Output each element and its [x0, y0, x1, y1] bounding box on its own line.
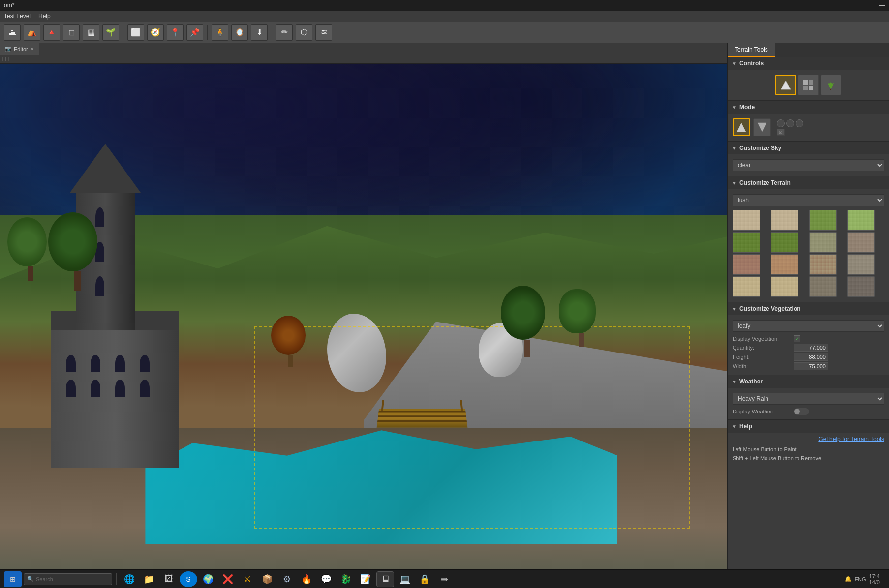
toolbar-slope-icon[interactable]: 🔺	[43, 24, 60, 41]
terrain-style-dropdown[interactable]: lush desert snow	[733, 194, 884, 206]
texture-3[interactable]	[847, 210, 875, 231]
weather-section-header[interactable]: ▼ Weather	[728, 375, 889, 388]
taskbar-maps-icon[interactable]: 🌍	[199, 571, 217, 587]
customize-sky-body: clear cloudy night	[728, 154, 889, 176]
mode-radio-1[interactable]	[777, 119, 785, 127]
toolbar-download-icon[interactable]: ⬇	[251, 24, 268, 41]
texture-13[interactable]	[771, 276, 798, 297]
texture-6[interactable]	[809, 232, 837, 253]
toolbar-noise-icon[interactable]: ▦	[83, 24, 99, 41]
quantity-input[interactable]	[794, 344, 828, 352]
sky-dropdown[interactable]: clear cloudy night	[733, 159, 884, 171]
help-section-header[interactable]: ▼ Help	[728, 420, 889, 433]
toolbar-flat-icon[interactable]: ◻	[63, 24, 80, 41]
vegetation-control-btn[interactable]	[821, 75, 841, 95]
toolbar-stack-icon[interactable]: ≋	[315, 24, 332, 41]
taskbar-search[interactable]: 🔍 Search	[24, 573, 112, 585]
controls-section-label: Controls	[739, 60, 764, 67]
taskbar-start-btn[interactable]: ⊞	[4, 571, 22, 587]
texture-7[interactable]	[847, 232, 875, 253]
toolbar-figure-icon[interactable]: 🧍	[212, 24, 228, 41]
ruler: | | |	[0, 55, 727, 64]
toolbar-mirror-icon[interactable]: 🪞	[231, 24, 248, 41]
texture-5[interactable]	[771, 232, 798, 253]
vegetation-collapse-arrow: ▼	[732, 306, 736, 312]
mode-section: ▼ Mode	[728, 101, 889, 142]
taskbar-folder-icon[interactable]: 📁	[140, 571, 158, 587]
ruler-mark-2: |	[8, 57, 9, 61]
terrain-tools-tab[interactable]: Terrain Tools	[728, 43, 775, 57]
viewport[interactable]: 📷 Editor ✕ | | |	[0, 43, 727, 569]
toolbar-pin1-icon[interactable]: 📍	[167, 24, 184, 41]
editor-tab[interactable]: 📷 Editor ✕	[0, 43, 39, 55]
toolbar-plant-icon[interactable]: 🌱	[102, 24, 119, 41]
taskbar-cross-icon[interactable]: ❌	[219, 571, 237, 587]
mode-radio-2[interactable]	[786, 119, 794, 127]
weather-collapse-arrow: ▼	[732, 379, 736, 384]
viewport-canvas[interactable]	[0, 64, 727, 569]
customize-terrain-header[interactable]: ▼ Customize Terrain	[728, 176, 889, 189]
menu-test-level[interactable]: Test Level	[4, 13, 31, 20]
texture-4[interactable]	[733, 232, 760, 253]
systray-notification[interactable]: 🔔	[845, 576, 852, 582]
taskbar-photos-icon[interactable]: 🖼	[160, 571, 178, 587]
help-link-container: Get help for Terrain Tools	[733, 436, 884, 442]
texture-grid	[733, 210, 884, 297]
display-vegetation-checkbox[interactable]: ✓	[794, 335, 800, 342]
toolbar-raise-icon[interactable]: ⛰	[4, 24, 21, 41]
vegetation-dropdown[interactable]: leafy dry tropical	[733, 320, 884, 332]
texture-0[interactable]	[733, 210, 760, 231]
get-help-link[interactable]: Get help for Terrain Tools	[818, 436, 884, 442]
help-section: ▼ Help Get help for Terrain Tools Left M…	[728, 420, 889, 466]
width-input[interactable]	[794, 362, 828, 370]
texture-12[interactable]	[733, 276, 760, 297]
taskbar-arrow-icon[interactable]: ➡	[435, 571, 453, 587]
svg-marker-0	[781, 81, 791, 89]
height-input[interactable]	[794, 353, 828, 361]
search-icon: 🔍	[27, 576, 34, 582]
toolbar-brush-icon[interactable]: ✏	[276, 24, 293, 41]
church-window-3	[115, 355, 125, 372]
mode-delete-btn[interactable]: ⊠	[777, 129, 785, 136]
texture-15[interactable]	[847, 276, 875, 297]
texture-2[interactable]	[809, 210, 837, 231]
taskbar-skype-icon[interactable]: S	[180, 571, 197, 587]
mode-radio-3[interactable]	[796, 119, 803, 127]
toolbar-block-icon[interactable]: ⬜	[127, 24, 144, 41]
controls-section-header[interactable]: ▼ Controls	[728, 57, 889, 70]
taskbar-browser-icon[interactable]: 🌐	[121, 571, 138, 587]
editor-tab-close-icon[interactable]: ✕	[30, 46, 34, 52]
customize-sky-header[interactable]: ▼ Customize Sky	[728, 142, 889, 154]
taskbar-chat-icon[interactable]: 💬	[317, 571, 335, 587]
toolbar-compass-icon[interactable]: 🧭	[147, 24, 164, 41]
texture-10[interactable]	[809, 254, 837, 275]
title-bar-close[interactable]: —	[879, 2, 885, 9]
mode-section-header[interactable]: ▼ Mode	[728, 101, 889, 114]
taskbar-laptop-icon[interactable]: 💻	[396, 571, 414, 587]
texture-9[interactable]	[771, 254, 798, 275]
taskbar-game-icon[interactable]: ⚔	[239, 571, 256, 587]
weather-dropdown[interactable]: Heavy Rain Clear Snow Fog	[733, 393, 884, 405]
mode-lower-btn[interactable]	[753, 118, 771, 136]
toolbar-tent-icon[interactable]: ⛺	[24, 24, 40, 41]
taskbar-computer-icon[interactable]: 🖥	[376, 571, 394, 587]
taskbar-fire-icon[interactable]: 🔥	[298, 571, 315, 587]
toolbar-pin2-icon[interactable]: 📌	[186, 24, 203, 41]
texture-8[interactable]	[733, 254, 760, 275]
texture-1[interactable]	[771, 210, 798, 231]
taskbar-dragon-icon[interactable]: 🐉	[337, 571, 355, 587]
toolbar-shape-icon[interactable]: ⬡	[296, 24, 312, 41]
customize-vegetation-header[interactable]: ▼ Customize Vegetation	[728, 302, 889, 315]
texture-11[interactable]	[847, 254, 875, 275]
menu-help[interactable]: Help	[38, 13, 51, 20]
texture-control-btn[interactable]	[798, 75, 819, 95]
taskbar-lock-icon[interactable]: 🔒	[416, 571, 433, 587]
mode-collapse-arrow: ▼	[732, 105, 736, 110]
taskbar-notes-icon[interactable]: 📝	[357, 571, 374, 587]
taskbar-steam-icon[interactable]: ⚙	[278, 571, 296, 587]
display-weather-toggle[interactable]	[794, 408, 809, 415]
mode-raise-btn[interactable]	[733, 118, 750, 136]
taskbar-package-icon[interactable]: 📦	[258, 571, 276, 587]
texture-14[interactable]	[809, 276, 837, 297]
shape-control-btn[interactable]	[775, 75, 796, 95]
